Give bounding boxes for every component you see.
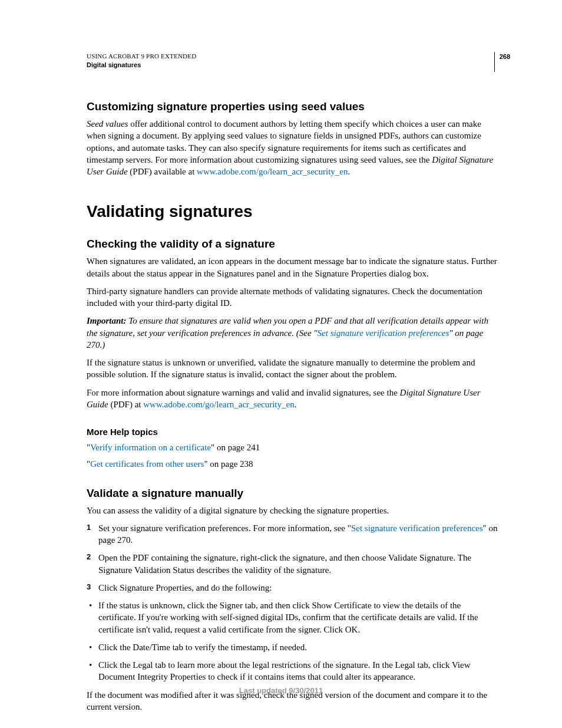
footer-text: Last updated 9/30/2011 (239, 686, 323, 695)
important-note: Important: To ensure that signatures are… (87, 315, 500, 351)
step-1: 1 Set your signature verification prefer… (87, 522, 500, 546)
checking-p4: If the signature status is unknown or un… (87, 357, 500, 381)
link-set-prefs-1[interactable]: Set signature verification preferences (318, 328, 449, 338)
link-set-prefs-2[interactable]: Set signature verification preferences (351, 523, 483, 533)
seed-values-term: Seed values (87, 119, 128, 129)
page-number-value: 268 (500, 53, 510, 60)
bullet-2: Click the Date/Time tab to verify the ti… (87, 641, 500, 653)
more-help-heading: More Help topics (87, 427, 500, 437)
page-header: USING ACROBAT 9 PRO EXTENDED Digital sig… (87, 52, 500, 72)
section-heading-checking: Checking the validity of a signature (87, 238, 500, 251)
checking-p1: When signatures are validated, an icon a… (87, 255, 500, 279)
document-page: USING ACROBAT 9 PRO EXTENDED Digital sig… (0, 0, 562, 728)
step-number: 3 (87, 582, 91, 592)
step-3: 3 Click Signature Properties, and do the… (87, 582, 500, 594)
checking-p5: For more information about signature war… (87, 387, 500, 411)
important-label: Important: (87, 316, 127, 325)
header-subtitle: Digital signatures (87, 61, 196, 70)
link-get-certs[interactable]: Get certificates from other users (90, 459, 204, 469)
manual-intro: You can assess the validity of a digital… (87, 505, 500, 516)
page-number: 268 (494, 52, 510, 72)
step-2: 2 Open the PDF containing the signature,… (87, 552, 500, 576)
seed-values-paragraph: Seed values offer additional control to … (87, 118, 500, 177)
section-heading-seed-values: Customizing signature properties using s… (87, 100, 500, 113)
bullet-list: If the status is unknown, click the Sign… (87, 599, 500, 683)
step-number: 1 (87, 522, 91, 533)
checking-p2: Third-party signature handlers can provi… (87, 285, 500, 309)
help-topic-1: "Verify information on a certificate" on… (87, 442, 500, 453)
steps-list: 1 Set your signature verification prefer… (87, 522, 500, 594)
section-heading-manual: Validate a signature manually (87, 487, 500, 500)
page-footer: Last updated 9/30/2011 (0, 686, 562, 695)
bullet-1: If the status is unknown, click the Sign… (87, 599, 500, 635)
chapter-heading: Validating signatures (87, 202, 500, 221)
header-title: USING ACROBAT 9 PRO EXTENDED (87, 52, 196, 61)
bullet-3: Click the Legal tab to learn more about … (87, 659, 500, 683)
link-security-2[interactable]: www.adobe.com/go/learn_acr_security_en (143, 400, 294, 409)
link-verify-cert[interactable]: Verify information on a certificate (90, 443, 211, 452)
header-left: USING ACROBAT 9 PRO EXTENDED Digital sig… (87, 52, 196, 70)
link-security-1[interactable]: www.adobe.com/go/learn_acr_security_en (197, 167, 348, 176)
step-number: 2 (87, 552, 91, 562)
help-topic-2: "Get certificates from other users" on p… (87, 458, 500, 470)
